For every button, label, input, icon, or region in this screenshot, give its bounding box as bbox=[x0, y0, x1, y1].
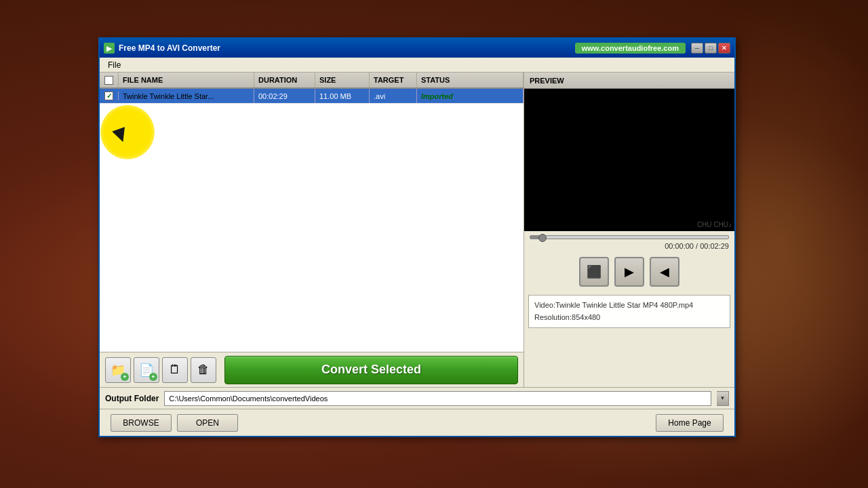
preview-controls: ⬛ ▶ ◀ bbox=[524, 251, 734, 292]
maximize-button[interactable]: □ bbox=[705, 43, 717, 54]
bottom-row: BROWSE OPEN Home Page bbox=[100, 409, 734, 436]
preview-watermark: CHU CHU♪ bbox=[694, 218, 734, 231]
time-total: 00:02:29 bbox=[700, 242, 729, 250]
preview-panel: PREVIEW CHU CHU♪ 00:00:00 / 00:02:29 ⬛ bbox=[524, 73, 734, 387]
output-folder-label: Output Folder bbox=[105, 394, 159, 403]
preview-video: CHU CHU♪ bbox=[524, 89, 734, 231]
output-path-display[interactable]: C:\Users\Common\Documents\convertedVideo… bbox=[164, 391, 711, 406]
file-toolbar: 📁 + 📄 + 🗒 🗑 Convert Selected bbox=[100, 352, 524, 387]
row-size: 11.00 MB bbox=[315, 89, 370, 103]
delete-button[interactable]: 🗑 bbox=[191, 357, 216, 383]
window-controls: ─ □ ✕ bbox=[691, 43, 730, 54]
menu-file[interactable]: File bbox=[102, 59, 126, 71]
open-button[interactable]: OPEN bbox=[177, 414, 238, 432]
output-folder-row: Output Folder C:\Users\Common\Documents\… bbox=[100, 387, 734, 409]
seekbar-track[interactable] bbox=[530, 235, 729, 239]
output-dropdown-button[interactable]: ▼ bbox=[717, 391, 729, 406]
header-size: SIZE bbox=[315, 73, 370, 87]
play-icon: ▶ bbox=[625, 264, 634, 279]
app-window: ▶ Free MP4 to AVI Converter www.converta… bbox=[98, 37, 736, 437]
preview-info: Video:Twinkle Twinkle Little Star MP4 48… bbox=[528, 295, 730, 328]
play-button[interactable]: ▶ bbox=[614, 257, 644, 287]
header-check bbox=[100, 73, 119, 87]
header-filename: FILE NAME bbox=[119, 73, 254, 87]
add-folder-badge: + bbox=[121, 373, 129, 381]
add-file-badge: + bbox=[149, 373, 157, 381]
add-file-button[interactable]: 📄 + bbox=[134, 357, 159, 383]
cursor-highlight bbox=[100, 105, 155, 159]
file-list: ✓ Twinkle Twinkle Little Star... 00:02:2… bbox=[100, 89, 524, 352]
rewind-button[interactable]: ◀ bbox=[650, 257, 679, 287]
row-status: Imported bbox=[417, 89, 524, 103]
website-url[interactable]: www.convertaudiofree.com bbox=[575, 43, 686, 54]
seekbar-container bbox=[524, 231, 734, 241]
stop-icon: ⬛ bbox=[587, 264, 601, 279]
menu-bar: File bbox=[100, 58, 734, 73]
status-badge: Imported bbox=[421, 92, 453, 100]
rewind-icon: ◀ bbox=[660, 264, 669, 279]
trash-icon: 🗑 bbox=[197, 363, 210, 377]
row-target: .avi bbox=[370, 89, 417, 103]
convert-selected-button[interactable]: Convert Selected bbox=[224, 356, 518, 384]
main-content: FILE NAME DURATION SIZE TARGET STATUS ✓ … bbox=[100, 73, 734, 387]
file-panel: FILE NAME DURATION SIZE TARGET STATUS ✓ … bbox=[100, 73, 524, 387]
preview-time: 00:00:00 / 00:02:29 bbox=[524, 241, 734, 251]
window-title: Free MP4 to AVI Converter bbox=[119, 43, 575, 53]
header-target: TARGET bbox=[370, 73, 417, 87]
time-separator: / bbox=[696, 242, 698, 250]
table-header: FILE NAME DURATION SIZE TARGET STATUS bbox=[100, 73, 524, 89]
stop-button[interactable]: ⬛ bbox=[579, 257, 609, 287]
clear-icon: 🗒 bbox=[169, 363, 181, 377]
video-resolution: Resolution:854x480 bbox=[534, 312, 724, 324]
minimize-button[interactable]: ─ bbox=[691, 43, 703, 54]
home-page-button[interactable]: Home Page bbox=[656, 414, 724, 432]
row-duration: 00:02:29 bbox=[254, 89, 315, 103]
video-filename: Video:Twinkle Twinkle Little Star MP4 48… bbox=[534, 300, 724, 312]
row-checkbox[interactable]: ✓ bbox=[104, 92, 113, 100]
table-row[interactable]: ✓ Twinkle Twinkle Little Star... 00:02:2… bbox=[100, 89, 524, 104]
time-current: 00:00:00 bbox=[665, 242, 694, 250]
app-icon: ▶ bbox=[104, 43, 115, 54]
preview-header: PREVIEW bbox=[524, 73, 734, 89]
browse-button[interactable]: BROWSE bbox=[111, 414, 172, 432]
title-bar: ▶ Free MP4 to AVI Converter www.converta… bbox=[100, 39, 734, 58]
seekbar-thumb[interactable] bbox=[538, 234, 547, 242]
select-all-checkbox[interactable] bbox=[104, 76, 113, 85]
clear-button[interactable]: 🗒 bbox=[162, 357, 188, 383]
add-folder-button[interactable]: 📁 + bbox=[105, 357, 131, 383]
close-button[interactable]: ✕ bbox=[718, 43, 730, 54]
row-filename: Twinkle Twinkle Little Star... bbox=[119, 89, 254, 103]
header-duration: DURATION bbox=[254, 73, 315, 87]
header-status: STATUS bbox=[417, 73, 524, 87]
row-checkbox-cell: ✓ bbox=[100, 92, 119, 100]
